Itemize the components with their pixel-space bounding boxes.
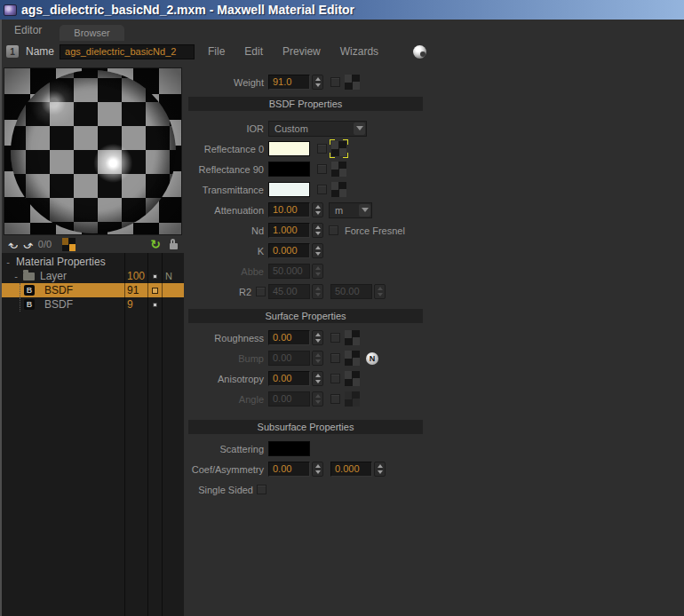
tree-row-bsdf-selected[interactable]: B BSDF 91 [2,283,184,297]
roughness-spinner[interactable] [312,330,323,345]
reflectance90-texture-button[interactable] [331,162,346,177]
menu-item-edit[interactable]: Edit [235,45,273,58]
roughness-label: Roughness [184,333,264,344]
nd-input[interactable]: 1.000 [268,223,310,238]
tab-editor[interactable]: Editor [9,24,60,41]
attenuation-unit-dropdown[interactable]: m [329,202,372,218]
weight-texture-checkbox[interactable] [330,77,340,87]
r2-spinner-1 [312,284,323,299]
render-ball-icon[interactable] [413,45,426,59]
bsdf-icon: B [24,299,35,310]
tree-dot-cell [149,288,161,294]
collapse-icon[interactable]: - [13,271,19,281]
menu-item-wizards[interactable]: Wizards [330,45,388,58]
tab-browser[interactable]: Browser [60,25,123,41]
reflectance90-color-swatch[interactable] [268,162,310,177]
roughness-texture-button[interactable] [345,330,360,345]
anisotropy-texture-checkbox[interactable] [330,374,340,383]
anisotropy-texture-button[interactable] [345,371,360,386]
scattering-color-swatch[interactable] [268,441,310,456]
pattern-swatch-icon[interactable] [62,238,76,251]
chevron-down-icon[interactable] [359,204,370,217]
anisotropy-input[interactable]: 0.00 [268,371,310,386]
bump-input: 0.00 [268,351,310,366]
weight-label: Weight [184,77,264,88]
tree-row-bsdf[interactable]: B BSDF 9 [2,297,184,312]
angle-texture-checkbox [330,394,340,404]
asymmetry-input[interactable]: 0.000 [330,462,372,477]
tree-row-material-properties[interactable]: - Material Properties [2,255,184,269]
menu-item-file[interactable]: File [198,45,235,58]
anisotropy-spinner[interactable] [312,371,323,386]
r2-spinner-2 [374,284,386,299]
weight-input[interactable]: 91.0 [268,75,310,90]
force-fresnel-checkbox[interactable] [329,225,338,235]
material-tree: - Material Properties - Layer 100 N B BS… [2,253,184,616]
visibility-dot[interactable] [153,274,157,279]
k-row: K 0.000 [184,241,684,261]
collapse-icon[interactable]: - [5,257,11,267]
tree-item-flag: N [165,271,172,281]
k-spinner[interactable] [312,243,323,258]
transmittance-color-swatch[interactable] [268,182,310,197]
ior-dropdown[interactable]: Custom [268,121,367,137]
tree-item-value[interactable]: 100 [127,270,145,282]
roughness-texture-checkbox[interactable] [330,333,340,343]
parameters-panel: Weight 91.0 BSDF Properties IOR Custom R… [184,62,684,616]
k-input[interactable]: 0.000 [268,243,310,258]
tree-item-value[interactable]: 9 [127,298,133,311]
weight-texture-button[interactable] [345,75,360,90]
single-sided-label: Single Sided [184,485,253,495]
visibility-dot[interactable] [153,303,157,307]
lock-icon[interactable] [170,243,178,249]
preview-toolbar: ↶ ↷ 0/0 ↻ [2,235,184,253]
material-preview [4,67,182,235]
single-sided-checkbox[interactable] [257,485,266,494]
abbe-row: Abbe 50.000 [184,261,684,281]
bump-texture-checkbox[interactable] [330,353,340,363]
single-sided-row: Single Sided [184,479,684,500]
coef-spinner[interactable] [312,462,323,477]
transmittance-texture-button[interactable] [331,182,346,197]
anisotropy-label: Anisotropy [184,374,264,384]
bsdf-icon: B [24,285,35,296]
normal-map-icon[interactable]: N [366,352,378,365]
redo-button[interactable]: ↷ [23,239,33,250]
tree-item-value[interactable]: 91 [127,284,139,296]
roughness-input[interactable]: 0.00 [268,330,310,345]
r2-row: R2 45.00 50.00 [184,281,684,302]
reflectance0-texture-checkbox[interactable] [317,144,327,154]
reflectance0-color-swatch[interactable] [268,141,310,156]
nd-spinner[interactable] [312,223,323,238]
refresh-preview-button[interactable]: ↻ [150,238,161,250]
weight-spinner[interactable] [312,75,323,90]
reflectance0-texture-button[interactable] [331,141,346,156]
anisotropy-row: Anisotropy 0.00 [184,368,684,389]
asymmetry-spinner[interactable] [374,462,386,477]
r2-input-2: 50.00 [330,284,372,299]
coef-input[interactable]: 0.00 [268,462,310,477]
transmittance-texture-checkbox[interactable] [317,185,327,194]
attenuation-input[interactable]: 10.00 [268,202,310,217]
attenuation-spinner[interactable] [312,202,323,217]
roughness-row: Roughness 0.00 [184,328,684,348]
reflectance90-row: Reflectance 90 [184,159,684,179]
reflectance90-texture-checkbox[interactable] [317,164,327,174]
preview-sphere [11,70,176,233]
folder-icon [23,272,35,280]
abbe-input: 50.000 [268,264,310,279]
menu-item-preview[interactable]: Preview [273,45,330,58]
r2-checkbox[interactable] [256,287,266,296]
tree-dot-cell [149,303,161,307]
visibility-dot[interactable] [152,288,158,294]
reflectance0-label: Reflectance 0 [184,144,264,154]
bump-row: Bump 0.00 N [184,348,684,368]
abbe-spinner [312,264,323,279]
scattering-row: Scattering [184,438,684,459]
chevron-down-icon[interactable] [354,122,365,135]
undo-button[interactable]: ↶ [8,239,18,250]
bump-texture-button[interactable] [345,351,360,366]
window-body: Editor Browser 1 Name ags_dielectric_bas… [0,20,684,616]
material-name-input[interactable]: ags_dielectric_basicNd_2 [60,44,195,59]
tree-row-layer[interactable]: - Layer 100 N [2,269,184,283]
